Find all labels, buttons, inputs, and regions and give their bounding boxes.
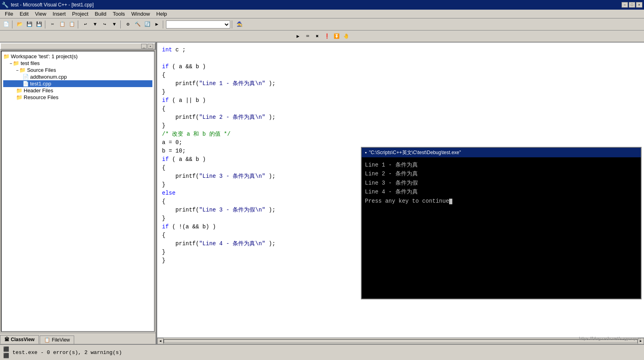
panel-minimize-button[interactable]: _ xyxy=(141,44,147,49)
panel-close-buttons: _ × xyxy=(141,44,153,49)
debug-hand-button[interactable]: 🤚 xyxy=(342,32,350,41)
fileview-icon: 📋 xyxy=(44,337,50,343)
tree-file-test1[interactable]: 📄 test1.cpp xyxy=(3,80,152,87)
new-button[interactable]: 📄 xyxy=(2,20,10,29)
wizard-button[interactable]: 🧙 xyxy=(235,20,244,29)
menu-tools[interactable]: Tools xyxy=(109,10,128,18)
title-text: test - Microsoft Visual C++ - [test1.cpp… xyxy=(11,2,94,8)
project-icon: 📁 xyxy=(13,60,19,66)
source-folder-icon: 📁 xyxy=(19,67,26,73)
compile-button[interactable]: ⚙ xyxy=(124,20,132,29)
cut-button[interactable]: ✂ xyxy=(48,20,57,29)
run-button[interactable]: ▶ xyxy=(152,20,161,29)
status-text: test.exe - 0 error(s), 2 warning(s) xyxy=(12,350,122,356)
menu-view[interactable]: View xyxy=(32,10,49,18)
sep5 xyxy=(163,20,164,28)
console-title-bar: ▪ "C:\Scripts\C++英文\C\test\Debug\test.ex… xyxy=(362,148,641,157)
file-label-addtwonum: addtwonum.cpp xyxy=(30,74,67,80)
debug-step-button[interactable]: ⏬ xyxy=(332,32,341,41)
project-label: test files xyxy=(20,60,40,66)
console-line-1: Line 1 - 条件为真 xyxy=(365,161,638,169)
paste-button[interactable]: 📋 xyxy=(67,20,76,29)
minimize-button[interactable]: − xyxy=(622,2,628,8)
tree-source-folder[interactable]: − 📁 Source Files xyxy=(3,67,152,73)
menu-help[interactable]: Help xyxy=(153,10,170,18)
code-line-a0: a = 0; xyxy=(162,138,639,147)
file-tree[interactable]: 📁 Workspace 'test': 1 project(s) − 📁 tes… xyxy=(1,51,155,332)
classview-label: ClassView xyxy=(11,337,34,342)
maximize-button[interactable]: □ xyxy=(629,2,635,8)
menu-file[interactable]: File xyxy=(2,10,16,18)
panel-title-bar: _ × xyxy=(0,43,156,50)
fileview-label: FileView xyxy=(52,337,70,343)
debug-go-button[interactable]: ▶ xyxy=(294,32,302,41)
watermark: https://blog.csdn.net/szgyunyun xyxy=(579,336,641,341)
tree-workspace[interactable]: 📁 Workspace 'test': 1 project(s) xyxy=(3,53,152,60)
code-line-blank1 xyxy=(162,54,639,63)
undo-button[interactable]: ↩ xyxy=(81,20,90,29)
debug-break-button[interactable]: ❗ xyxy=(322,32,331,41)
toolbar-debug: ▶ ⌨ ✖ ❗ ⏬ 🤚 xyxy=(0,31,644,43)
code-line-8: printf("Line 2 - 条件为真\n" ); xyxy=(162,113,639,122)
status-icon-bottom: ⬛ xyxy=(3,353,9,359)
hscroll-track[interactable] xyxy=(164,339,638,343)
collapse-source-icon: − xyxy=(16,68,18,73)
console-line-5: Press any key to continue xyxy=(365,197,638,205)
file-icon-addtwonum: 📄 xyxy=(22,74,29,80)
redo-drop-button[interactable]: ▼ xyxy=(110,20,119,29)
sep4 xyxy=(120,20,122,28)
tree-file-addtwonum[interactable]: 📄 addtwonum.cpp xyxy=(3,73,152,80)
classview-icon: 🏛 xyxy=(4,337,9,342)
menu-insert[interactable]: Insert xyxy=(49,10,69,18)
left-panel-tabs: 🏛 ClassView 📋 FileView xyxy=(0,333,156,344)
main-area: _ × 📁 Workspace 'test': 1 project(s) − 📁… xyxy=(0,43,644,344)
save-all-button[interactable]: 💾 xyxy=(34,20,43,29)
tree-header-folder[interactable]: 📁 Header Files xyxy=(3,87,152,94)
rebuild-button[interactable]: 🔄 xyxy=(143,20,152,29)
title-buttons: − □ × xyxy=(622,2,642,8)
tab-fileview[interactable]: 📋 FileView xyxy=(40,336,74,344)
debug-remove-button[interactable]: ✖ xyxy=(313,32,322,41)
close-button[interactable]: × xyxy=(636,2,642,8)
code-line-5: } xyxy=(162,88,639,96)
config-dropdown[interactable] xyxy=(166,20,230,28)
toolbar-main: 📄 📂 💾 💾 ✂ 📋 📋 ↩ ▼ ↪ ▼ ⚙ 🔨 🔄 ▶ 🧙 xyxy=(0,18,644,31)
header-folder-icon: 📁 xyxy=(16,87,22,94)
menu-window[interactable]: Window xyxy=(128,10,153,18)
tab-classview[interactable]: 🏛 ClassView xyxy=(0,335,39,344)
workspace-icon: 📁 xyxy=(3,53,10,59)
open-button[interactable]: 📂 xyxy=(15,20,24,29)
code-line-7: { xyxy=(162,105,639,113)
console-window: ▪ "C:\Scripts\C++英文\C\test\Debug\test.ex… xyxy=(361,147,642,299)
code-line-9: } xyxy=(162,122,639,130)
menu-build[interactable]: Build xyxy=(91,10,109,18)
undo-drop-button[interactable]: ▼ xyxy=(91,20,99,29)
tree-resource-folder[interactable]: 📁 Resource Files xyxy=(3,94,152,101)
debug-insert-button[interactable]: ⌨ xyxy=(303,32,312,41)
console-line-4: Line 4 - 条件为真 xyxy=(365,187,638,196)
panel-close-btn[interactable]: × xyxy=(148,44,153,49)
code-hscrollbar[interactable]: ◀ ▶ xyxy=(157,338,644,344)
console-icon: ▪ xyxy=(365,150,367,155)
code-line-3: { xyxy=(162,71,639,79)
sep2 xyxy=(45,20,47,28)
sep3 xyxy=(78,20,79,28)
redo-button[interactable]: ↪ xyxy=(100,20,109,29)
copy-button[interactable]: 📋 xyxy=(58,20,67,29)
file-label-test1: test1.cpp xyxy=(30,81,51,87)
save-button[interactable]: 💾 xyxy=(25,20,34,29)
console-line-2: Line 2 - 条件为真 xyxy=(365,169,638,178)
build-button[interactable]: 🔨 xyxy=(133,20,142,29)
watermark-url: https://blog.csdn.net/szgyunyun xyxy=(579,336,641,341)
hscroll-left-button[interactable]: ◀ xyxy=(157,338,164,344)
title-bar: 🔧 test - Microsoft Visual C++ - [test1.c… xyxy=(0,0,644,10)
console-cursor xyxy=(449,199,452,204)
code-line-1: int c ; xyxy=(162,46,639,54)
tree-project[interactable]: − 📁 test files xyxy=(3,60,152,67)
source-folder-label: Source Files xyxy=(27,67,56,73)
resource-folder-label: Resource Files xyxy=(24,94,59,100)
menu-project[interactable]: Project xyxy=(69,10,91,18)
menu-bar: File Edit View Insert Project Build Tool… xyxy=(0,10,644,18)
menu-edit[interactable]: Edit xyxy=(16,10,32,18)
collapse-icon: − xyxy=(10,61,12,66)
